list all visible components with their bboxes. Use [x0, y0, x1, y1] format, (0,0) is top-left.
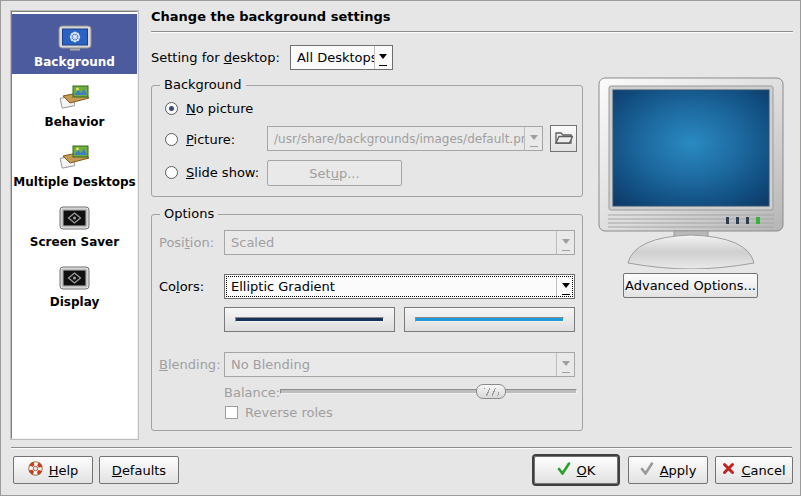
options-group: Options Position: Scaled Colors: Ellipti… — [151, 214, 583, 431]
check-icon — [557, 462, 571, 478]
cancel-button[interactable]: Cancel — [715, 456, 793, 484]
page-title: Change the background settings — [151, 9, 390, 24]
no-picture-label: No picture — [186, 101, 253, 116]
position-label: Position: — [159, 235, 214, 250]
colors-label: Colors: — [159, 279, 204, 294]
background-icon — [58, 23, 92, 53]
reverse-roles-label: Reverse roles — [245, 405, 333, 420]
setup-button-label: Setup... — [309, 166, 359, 181]
sidebar-item-label: Background — [34, 55, 115, 69]
chevron-down-icon — [524, 127, 542, 150]
slide-show-radio[interactable]: Slide show: — [165, 165, 259, 180]
sidebar-item-label: Behavior — [44, 115, 104, 129]
footer-separator — [11, 447, 792, 449]
blending-combo: No Blending — [224, 352, 575, 377]
chevron-down-icon — [556, 275, 574, 298]
colors-value: Elliptic Gradient — [225, 275, 556, 298]
help-button[interactable]: Help — [13, 456, 93, 484]
no-picture-radio[interactable]: No picture — [165, 101, 253, 116]
desktop-select-value: All Desktops — [291, 46, 374, 69]
chevron-down-icon — [374, 46, 392, 69]
color2-swatch — [415, 317, 564, 322]
position-combo: Scaled — [224, 230, 575, 255]
sidebar-item-label: Multiple Desktops — [13, 175, 135, 189]
sidebar-item-multiple-desktops[interactable]: Multiple Desktops — [12, 134, 137, 194]
grip-icon — [484, 388, 499, 396]
radio-indicator — [165, 102, 178, 115]
sidebar-item-display[interactable]: Display — [12, 254, 137, 314]
behavior-icon — [58, 83, 92, 113]
options-group-title: Options — [160, 206, 218, 221]
display-icon — [59, 263, 90, 293]
advanced-options-button[interactable]: Advanced Options... — [623, 273, 758, 298]
module-list: Background Behavior — [11, 11, 138, 439]
background-preview-monitor — [598, 77, 785, 272]
chevron-down-icon — [556, 353, 574, 376]
apply-label: Apply — [660, 463, 697, 478]
defaults-label: Defaults — [112, 463, 166, 478]
background-group-title: Background — [160, 77, 246, 92]
close-icon — [722, 462, 735, 478]
help-icon — [28, 461, 43, 479]
sidebar-item-behavior[interactable]: Behavior — [12, 74, 137, 134]
picture-radio[interactable]: Picture: — [165, 132, 235, 147]
ok-label: OK — [577, 463, 596, 478]
picture-path-combo: /usr/share/backgrounds/images/default.pn… — [267, 126, 543, 151]
radio-indicator — [165, 133, 178, 146]
sidebar-item-background[interactable]: Background — [12, 14, 137, 74]
header-separator — [151, 31, 793, 33]
screen-saver-icon — [59, 203, 90, 233]
slider-groove — [280, 389, 577, 394]
check-icon — [640, 462, 654, 478]
folder-icon — [555, 130, 573, 147]
color2-button[interactable] — [404, 307, 575, 332]
ok-button[interactable]: OK — [534, 456, 618, 484]
help-label: Help — [49, 463, 79, 478]
cancel-label: Cancel — [741, 463, 785, 478]
reverse-roles-checkbox: Reverse roles — [225, 405, 333, 420]
picture-label: Picture: — [186, 132, 235, 147]
checkbox-indicator — [225, 406, 238, 419]
browse-folder-button[interactable] — [550, 125, 577, 152]
colors-combo[interactable]: Elliptic Gradient — [224, 274, 575, 299]
sidebar-item-screen-saver[interactable]: Screen Saver — [12, 194, 137, 254]
desktop-select[interactable]: All Desktops — [290, 45, 393, 70]
sidebar-item-label: Screen Saver — [30, 235, 119, 249]
balance-label: Balance: — [224, 385, 280, 400]
kde-background-settings-dialog: Background Behavior — [0, 0, 801, 496]
multiple-desktops-icon — [58, 143, 92, 173]
blending-value: No Blending — [225, 353, 556, 376]
radio-indicator — [165, 166, 178, 179]
color1-swatch — [235, 317, 384, 322]
slider-handle — [476, 384, 506, 399]
sidebar-item-label: Display — [50, 295, 99, 309]
setup-button: Setup... — [267, 160, 402, 186]
position-value: Scaled — [225, 231, 556, 254]
defaults-button[interactable]: Defaults — [99, 456, 179, 484]
color1-button[interactable] — [224, 307, 395, 332]
slide-show-label: Slide show: — [186, 165, 259, 180]
advanced-options-label: Advanced Options... — [625, 278, 756, 293]
chevron-down-icon — [556, 231, 574, 254]
apply-button[interactable]: Apply — [628, 456, 708, 484]
setting-for-desktop-label: Setting for desktop: — [151, 50, 280, 65]
background-group: Background No picture Picture: /usr/shar… — [151, 85, 583, 197]
blending-label: Blending: — [159, 357, 221, 372]
picture-path-value: /usr/share/backgrounds/images/default.pn… — [268, 127, 524, 150]
balance-slider — [280, 384, 577, 399]
